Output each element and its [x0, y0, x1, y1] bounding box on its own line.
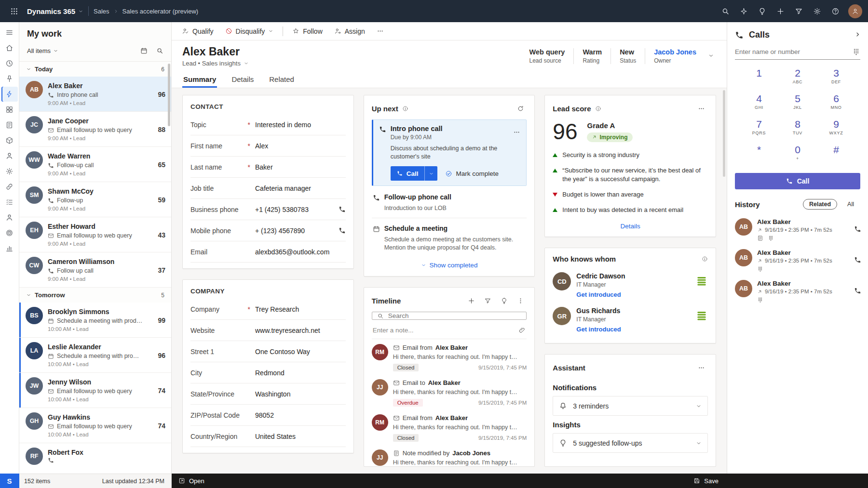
timeline-entry[interactable]: RM Email from Alex Baker Hi there, tha — [372, 339, 527, 374]
work-item[interactable]: GH Guy Hawkins Email followup to web que… — [19, 408, 171, 443]
scrollbar-thumb[interactable] — [168, 64, 170, 126]
user-avatar[interactable] — [848, 4, 862, 18]
scrollbar-thumb[interactable] — [723, 90, 725, 177]
filter-button[interactable] — [790, 3, 807, 19]
open-button[interactable]: Open — [178, 477, 204, 485]
timeline-search-input[interactable] — [388, 312, 522, 319]
field-value[interactable]: www.treyresearch.net — [255, 327, 346, 334]
form-field[interactable]: First name Alex — [190, 135, 346, 157]
breadcrumb-subarea[interactable]: Sales accelerator (preview) — [122, 8, 199, 15]
form-field[interactable]: Company Trey Research — [190, 299, 346, 320]
work-item[interactable]: AB Alex Baker Intro phone call 9:00 AM •… — [19, 77, 171, 112]
nav-recent-button[interactable] — [1, 56, 18, 71]
timeline-add-button[interactable] — [465, 294, 477, 307]
nav-tasks-button[interactable] — [1, 195, 18, 210]
field-value[interactable]: Redmond — [255, 369, 346, 377]
dialpad-key[interactable]: 7 PQRS — [740, 119, 778, 141]
search-button[interactable] — [717, 3, 733, 19]
work-item[interactable]: EH Esther Howard Email followup to web q… — [19, 217, 171, 252]
history-filter-pill[interactable]: All — [841, 199, 860, 210]
dialpad-key[interactable]: 4 GHI — [740, 93, 778, 115]
form-field[interactable]: Country/Region United States — [190, 426, 346, 447]
form-field[interactable]: City Redmond — [190, 362, 346, 383]
assistant-more-button[interactable] — [695, 361, 708, 374]
timeline-filter-button[interactable] — [481, 294, 494, 307]
show-completed-button[interactable]: Show completed — [372, 256, 527, 270]
nav-accounts-button[interactable] — [1, 210, 18, 225]
record-type-switcher[interactable]: Lead • Sales insights — [182, 60, 249, 67]
call-back-button[interactable] — [854, 225, 861, 234]
nav-reports-button[interactable] — [1, 241, 18, 256]
nav-menu-button[interactable] — [1, 25, 18, 40]
form-field[interactable]: Mobile phone + (123) 4567890 — [190, 220, 346, 241]
save-button[interactable]: Save — [693, 477, 719, 485]
nav-products-button[interactable] — [1, 133, 18, 148]
field-value[interactable]: 98052 — [255, 411, 346, 419]
assign-button[interactable]: Assign — [329, 24, 370, 39]
form-field[interactable]: Topic Interested in demo — [190, 114, 346, 135]
qualify-button[interactable]: Qualify — [176, 24, 219, 39]
timeline-entry[interactable]: JJ Email to Alex Baker Hi there, thank — [372, 374, 527, 409]
form-field[interactable]: Website www.treyresearch.net — [190, 320, 346, 341]
call-history-row[interactable]: AB Alex Baker 9/16/19 • 2:35 PM • 7m 52s — [727, 245, 868, 276]
nav-activities-button[interactable] — [1, 118, 18, 132]
quick-create-button[interactable] — [772, 3, 788, 19]
call-back-button[interactable] — [854, 256, 861, 265]
calendar-view-button[interactable] — [137, 44, 150, 57]
card-more-button[interactable] — [513, 125, 520, 141]
phone-number-input[interactable] — [735, 48, 852, 55]
work-item[interactable]: WW Wade Warren Follow-up call 9:00 AM • … — [19, 147, 171, 182]
call-button[interactable]: Call — [391, 166, 425, 181]
dialpad-key[interactable]: 8 TUV — [778, 119, 817, 141]
chevron-down-icon[interactable] — [53, 48, 58, 53]
work-item[interactable]: CW Cameron Williamson Follow up call 9:0… — [19, 252, 171, 288]
get-introduced-link[interactable]: Get introduced — [576, 326, 621, 333]
call-options-button[interactable] — [424, 166, 437, 181]
work-item[interactable]: JW Jenny Wilson Email followup to web qu… — [19, 373, 171, 408]
form-field[interactable]: Last name Baker — [190, 157, 346, 178]
work-item[interactable]: RF Robert Fox — [19, 443, 171, 474]
worklist-filter[interactable]: All items — [27, 47, 51, 54]
tab-details[interactable]: Details — [231, 71, 255, 88]
field-value[interactable]: Cafeteria manager — [255, 185, 346, 192]
up-next-item[interactable]: Schedule a meeting Schedule a demo meeti… — [372, 219, 527, 256]
timeline-more-button[interactable] — [514, 294, 527, 307]
nav-contacts-button[interactable] — [1, 148, 18, 163]
info-icon[interactable] — [595, 106, 601, 112]
suggestions-button[interactable] — [754, 3, 770, 19]
dialpad-key[interactable]: 1 — [740, 67, 778, 90]
timeline-entry[interactable]: JJ Note modified by Jacob Jones Hi the — [372, 445, 527, 467]
dialpad-key[interactable]: 0 + — [778, 144, 817, 166]
field-value[interactable]: Baker — [255, 163, 346, 171]
call-back-button[interactable] — [854, 287, 861, 296]
form-field[interactable]: Email alexbd365@outlook.com — [190, 241, 346, 263]
follow-button[interactable]: Follow — [287, 24, 327, 39]
field-value[interactable]: + (123) 4567890 — [255, 227, 335, 235]
field-value[interactable]: Trey Research — [255, 305, 346, 313]
settings-button[interactable] — [809, 3, 825, 19]
refresh-button[interactable] — [514, 102, 527, 115]
field-value[interactable]: Washington — [255, 390, 346, 398]
insights-button[interactable] — [735, 3, 752, 19]
field-value[interactable]: United States — [255, 433, 346, 440]
help-button[interactable] — [827, 3, 843, 19]
nav-sales-accelerator-button[interactable] — [1, 87, 18, 102]
dialpad-key[interactable]: # — [817, 144, 855, 166]
field-value[interactable]: Interested in demo — [255, 121, 346, 129]
expand-header-button[interactable] — [706, 51, 716, 62]
nav-home-button[interactable] — [1, 40, 18, 55]
dialpad-key[interactable]: 9 WXYZ — [817, 119, 855, 141]
call-history-row[interactable]: AB Alex Baker 9/16/19 • 2:35 PM • 7m 52s — [727, 214, 868, 245]
dial-call-button[interactable]: Call — [735, 173, 860, 189]
dialpad-icon[interactable] — [852, 48, 860, 56]
nav-pinned-button[interactable] — [1, 71, 18, 86]
more-commands-button[interactable] — [371, 24, 389, 39]
worklist-search-button[interactable] — [153, 44, 166, 57]
mark-complete-button[interactable]: Mark complete — [445, 170, 499, 177]
group-header-today[interactable]: Today 6 — [19, 62, 171, 77]
nav-connections-button[interactable] — [1, 179, 18, 194]
keypad-icon[interactable] — [768, 235, 774, 241]
transcript-icon[interactable] — [757, 297, 763, 303]
transcript-icon[interactable] — [757, 266, 763, 272]
disqualify-button[interactable]: Disqualify — [220, 24, 279, 39]
